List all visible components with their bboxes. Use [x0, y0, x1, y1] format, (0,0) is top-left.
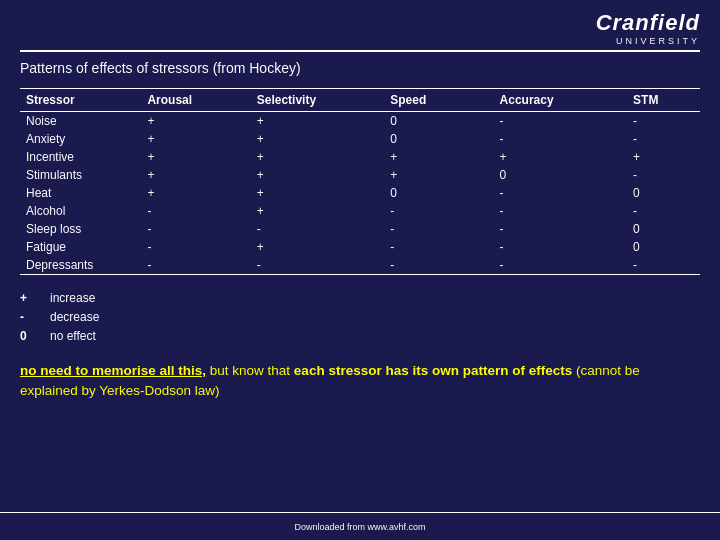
table-cell: -	[384, 256, 493, 275]
table-cell: -	[627, 166, 700, 184]
logo-sub: UNIVERSITY	[596, 36, 700, 46]
col-header-stressor: Stressor	[20, 89, 141, 112]
col-header-stm: STM	[627, 89, 700, 112]
table-cell: -	[627, 130, 700, 148]
table-cell: +	[251, 166, 385, 184]
table-cell: Sleep loss	[20, 220, 141, 238]
footer: Downloaded from www.avhf.com	[0, 512, 720, 534]
legend-row: -decrease	[20, 308, 700, 327]
table-cell: 0	[384, 112, 493, 131]
table-row: Noise++0--	[20, 112, 700, 131]
table-cell: -	[141, 220, 250, 238]
table-cell: 0	[384, 184, 493, 202]
table-cell: -	[251, 256, 385, 275]
table-cell: -	[384, 220, 493, 238]
table-cell: +	[141, 166, 250, 184]
legend-row: +increase	[20, 289, 700, 308]
table-cell: 0	[627, 238, 700, 256]
table-cell: Depressants	[20, 256, 141, 275]
table-cell: 0	[494, 166, 628, 184]
table-cell: Heat	[20, 184, 141, 202]
table-cell: Fatigue	[20, 238, 141, 256]
table-cell: +	[251, 184, 385, 202]
legend-symbol: 0	[20, 327, 40, 346]
table-row: Depressants-----	[20, 256, 700, 275]
table-cell: -	[627, 256, 700, 275]
legend-description: no effect	[50, 327, 700, 346]
table-cell: -	[494, 202, 628, 220]
data-table: Stressor Arousal Selectivity Speed Accur…	[20, 88, 700, 275]
col-header-selectivity: Selectivity	[251, 89, 385, 112]
table-cell: Anxiety	[20, 130, 141, 148]
table-cell: -	[141, 202, 250, 220]
legend-symbol: -	[20, 308, 40, 327]
logo-container: Cranfield UNIVERSITY	[596, 10, 700, 46]
table-cell: Alcohol	[20, 202, 141, 220]
table-cell: -	[494, 112, 628, 131]
bottom-note-part3: each stressor has its own pattern of eff…	[294, 363, 572, 378]
col-header-speed: Speed	[384, 89, 493, 112]
page: Cranfield UNIVERSITY Patterns of effects…	[0, 0, 720, 540]
table-cell: +	[251, 112, 385, 131]
table-row: Heat++0-0	[20, 184, 700, 202]
table-row: Sleep loss----0	[20, 220, 700, 238]
table-cell: +	[251, 130, 385, 148]
table-header-row: Stressor Arousal Selectivity Speed Accur…	[20, 89, 700, 112]
table-cell: -	[251, 220, 385, 238]
legend-description: increase	[50, 289, 700, 308]
table-cell: -	[494, 238, 628, 256]
legend-symbol: +	[20, 289, 40, 308]
table-row: Anxiety++0--	[20, 130, 700, 148]
table-row: Stimulants+++0-	[20, 166, 700, 184]
table-cell: Incentive	[20, 148, 141, 166]
table-row: Fatigue-+--0	[20, 238, 700, 256]
table-cell: 0	[627, 184, 700, 202]
footer-text: Downloaded from www.avhf.com	[294, 522, 425, 532]
table-cell: Noise	[20, 112, 141, 131]
table-cell: +	[251, 238, 385, 256]
table-cell: -	[141, 256, 250, 275]
page-title: Patterns of effects of stressors (from H…	[20, 60, 700, 76]
header: Cranfield UNIVERSITY	[20, 10, 700, 52]
table-cell: 0	[627, 220, 700, 238]
table-cell: +	[141, 184, 250, 202]
table-cell: 0	[384, 130, 493, 148]
table-cell: -	[384, 202, 493, 220]
logo-name: Cranfield	[596, 10, 700, 35]
legend: +increase-decrease0no effect	[20, 289, 700, 347]
col-header-arousal: Arousal	[141, 89, 250, 112]
table-row: Incentive+++++	[20, 148, 700, 166]
table-row: Alcohol-+---	[20, 202, 700, 220]
table-cell: +	[141, 112, 250, 131]
legend-row: 0no effect	[20, 327, 700, 346]
table-cell: +	[494, 148, 628, 166]
table-cell: +	[141, 130, 250, 148]
table-cell: +	[384, 148, 493, 166]
legend-description: decrease	[50, 308, 700, 327]
table-cell: -	[494, 184, 628, 202]
table-cell: -	[627, 112, 700, 131]
bottom-note: no need to memorise all this, but know t…	[20, 361, 700, 402]
table-cell: +	[384, 166, 493, 184]
bottom-note-part2: but know that	[206, 363, 294, 378]
col-header-accuracy: Accuracy	[494, 89, 628, 112]
table-cell: -	[384, 238, 493, 256]
table-cell: Stimulants	[20, 166, 141, 184]
table-cell: -	[494, 256, 628, 275]
table-cell: -	[627, 202, 700, 220]
table-cell: -	[141, 238, 250, 256]
table-cell: +	[251, 148, 385, 166]
table-cell: +	[251, 202, 385, 220]
table-cell: +	[627, 148, 700, 166]
table-cell: +	[141, 148, 250, 166]
table-cell: -	[494, 130, 628, 148]
table-cell: -	[494, 220, 628, 238]
bottom-note-part1: no need to memorise all this,	[20, 363, 206, 378]
